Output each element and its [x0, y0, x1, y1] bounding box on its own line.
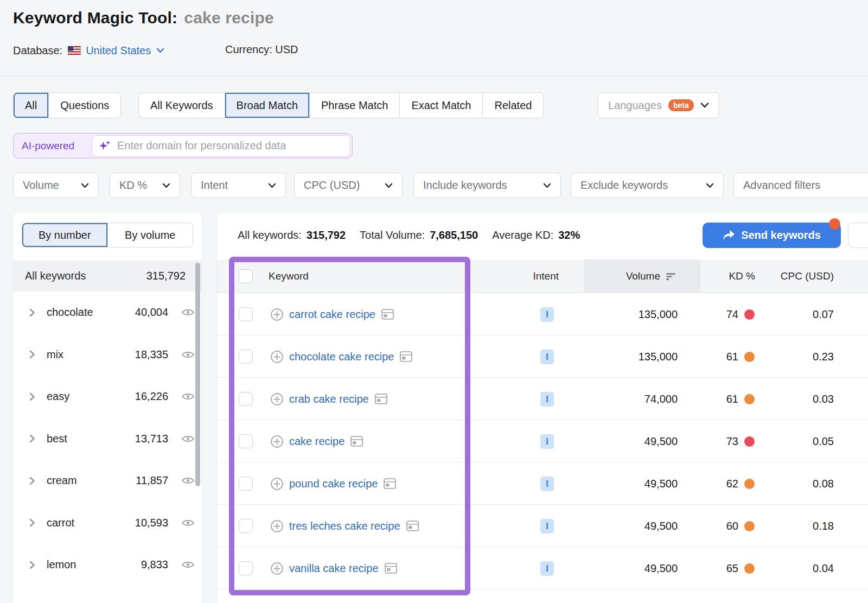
cpc-filter[interactable]: CPC (USD) [294, 173, 403, 198]
eye-icon[interactable] [182, 560, 194, 569]
add-keyword-icon[interactable] [270, 435, 284, 448]
us-flag-icon [68, 46, 81, 55]
ai-powered-bar: AI-powered [13, 133, 353, 158]
keyword-link[interactable]: carrot cake recipe [289, 308, 375, 321]
cpc-filter-label: CPC (USD) [304, 179, 360, 192]
include-keywords-filter[interactable]: Include keywords [413, 173, 561, 198]
row-checkbox[interactable] [239, 477, 253, 491]
serp-features-icon[interactable] [375, 393, 387, 404]
eye-icon[interactable] [182, 308, 194, 317]
keyword-magic-tool-screen: Keyword Magic Tool:cake recipe Database:… [0, 0, 868, 603]
chevron-right-icon [29, 350, 35, 359]
by-number-toggle[interactable]: By number [22, 223, 107, 247]
keyword-link[interactable]: cake recipe [289, 435, 344, 448]
add-keyword-icon[interactable] [270, 392, 284, 406]
select-all-checkbox[interactable] [239, 269, 253, 283]
add-keyword-icon[interactable] [270, 350, 284, 364]
kd-value: 61 [723, 393, 738, 405]
chevron-right-icon [29, 518, 35, 527]
tab-related[interactable]: Related [482, 93, 543, 118]
advanced-filters-button[interactable]: Advanced filters [733, 173, 868, 198]
sidebar-item-easy[interactable]: easy 16,226 [13, 376, 202, 418]
tab-exact-match[interactable]: Exact Match [399, 93, 482, 118]
volume-filter[interactable]: Volume [13, 173, 99, 198]
serp-features-icon[interactable] [381, 309, 394, 320]
exclude-keywords-filter[interactable]: Exclude keywords [571, 173, 724, 198]
header-divider [0, 75, 868, 76]
kd-value: 74 [723, 308, 738, 321]
table-header: Keyword Intent Volume KD % CPC (USD) [217, 259, 868, 293]
row-checkbox[interactable] [239, 434, 253, 448]
kd-dot [744, 394, 755, 404]
table-row: cake recipe I 49,500 73 0.05 [217, 420, 868, 462]
match-type-tabs: All Keywords Broad Match Phrase Match Ex… [138, 92, 544, 118]
volume-value: 135,000 [591, 335, 678, 378]
add-keyword-icon[interactable] [270, 308, 284, 321]
serp-features-icon[interactable] [350, 436, 363, 447]
kd-value: 65 [723, 562, 738, 575]
column-header-cpc[interactable]: CPC (USD) [781, 259, 834, 293]
tab-all-keywords[interactable]: All Keywords [139, 93, 225, 118]
column-header-kd[interactable]: KD % [729, 259, 755, 293]
sidebar-item-lemon[interactable]: lemon 9,833 [13, 544, 202, 586]
include-keywords-label: Include keywords [423, 179, 507, 192]
serp-features-icon[interactable] [385, 563, 397, 574]
row-checkbox[interactable] [239, 307, 253, 321]
eye-icon[interactable] [182, 518, 194, 528]
chevron-down-icon [706, 183, 714, 188]
sidebar-item-carrot[interactable]: carrot 10,593 [13, 502, 202, 544]
add-keyword-icon[interactable] [270, 477, 284, 491]
keyword-link[interactable]: tres leches cake recipe [289, 520, 400, 532]
sparkle-icon [99, 139, 111, 152]
row-checkbox[interactable] [239, 561, 253, 575]
sidebar-item-chocolate[interactable]: chocolate 40,004 [13, 291, 202, 334]
average-kd-value: 32% [558, 229, 580, 242]
sidebar-item-all-keywords[interactable]: All keywords 315,792 [13, 261, 202, 291]
database-selector[interactable]: United States [86, 45, 164, 57]
serp-features-icon[interactable] [400, 351, 412, 362]
kd-filter[interactable]: KD % [110, 173, 180, 198]
kd-filter-label: KD % [119, 179, 147, 192]
eye-icon[interactable] [182, 434, 194, 443]
languages-dropdown[interactable]: Languages beta [598, 92, 719, 118]
chevron-right-icon [29, 434, 35, 443]
sidebar-item-best[interactable]: best 13,713 [13, 418, 202, 460]
tab-broad-match[interactable]: Broad Match [225, 93, 309, 118]
keyword-link[interactable]: crab cake recipe [289, 393, 369, 405]
row-checkbox[interactable] [239, 519, 253, 533]
keyword-group-list: chocolate 40,004 mix 18,335 easy 16,226 … [13, 291, 202, 586]
serp-features-icon[interactable] [384, 478, 396, 489]
tab-questions[interactable]: Questions [48, 93, 120, 118]
row-checkbox[interactable] [239, 350, 253, 364]
add-keyword-icon[interactable] [270, 562, 284, 575]
intent-filter[interactable]: Intent [191, 173, 286, 198]
eye-icon[interactable] [182, 392, 194, 401]
eye-icon[interactable] [182, 476, 194, 485]
send-keywords-button[interactable]: Send keywords [703, 223, 841, 248]
keyword-link[interactable]: pound cake recipe [289, 478, 378, 490]
domain-input[interactable] [117, 139, 343, 152]
add-keyword-icon[interactable] [270, 519, 284, 533]
notification-dot [829, 218, 840, 230]
sidebar-item-cream[interactable]: cream 11,857 [13, 460, 202, 502]
secondary-action-button[interactable] [848, 223, 868, 248]
row-checkbox[interactable] [239, 392, 253, 406]
sidebar-item-mix[interactable]: mix 18,335 [13, 334, 202, 376]
sidebar-scrollbar[interactable] [195, 263, 200, 486]
by-volume-toggle[interactable]: By volume [107, 223, 193, 247]
keyword-link[interactable]: vanilla cake recipe [289, 562, 379, 575]
column-header-keyword[interactable]: Keyword [269, 259, 309, 293]
keywords-table-panel: All keywords:315,792 Total Volume:7,685,… [217, 213, 868, 603]
advanced-filters-label: Advanced filters [743, 179, 820, 192]
column-header-volume[interactable]: Volume [584, 259, 700, 293]
cpc-value: 0.05 [785, 420, 834, 462]
eye-icon[interactable] [182, 350, 194, 359]
serp-features-icon[interactable] [406, 521, 419, 531]
column-header-intent[interactable]: Intent [499, 259, 559, 293]
keyword-link[interactable]: chocolate cake recipe [289, 351, 394, 363]
tab-phrase-match[interactable]: Phrase Match [309, 93, 399, 118]
tab-all[interactable]: All [14, 93, 48, 118]
question-filter-tabs: All Questions [13, 92, 121, 118]
page-title-query: cake recipe [184, 9, 274, 27]
total-volume-value: 7,685,150 [430, 229, 478, 242]
